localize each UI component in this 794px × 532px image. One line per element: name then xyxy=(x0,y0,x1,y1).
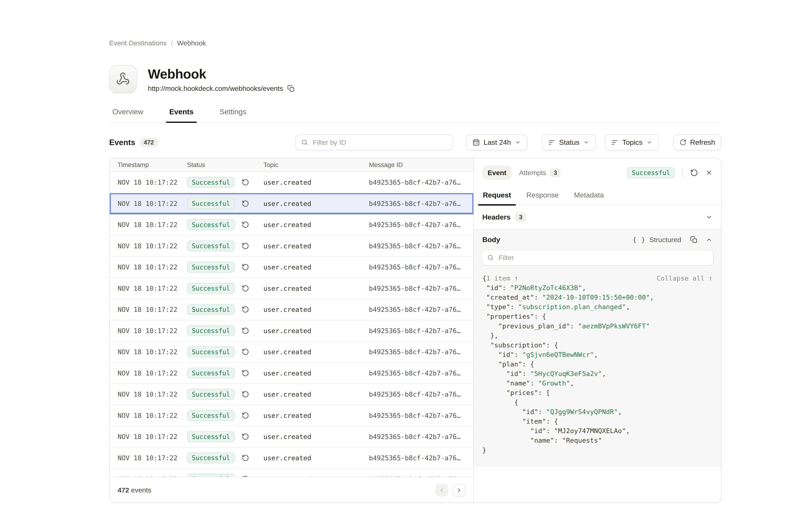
retry-icon[interactable] xyxy=(242,178,249,186)
refresh-button[interactable]: Refresh xyxy=(673,134,721,150)
topic-cell: user.created xyxy=(263,348,369,356)
retry-icon[interactable] xyxy=(242,391,249,398)
retry-event-icon[interactable] xyxy=(690,169,698,177)
timestamp-cell: NOV 18 10:17:22 xyxy=(110,285,187,292)
retry-icon[interactable] xyxy=(242,285,249,292)
table-row[interactable]: NOV 18 10:17:22 Successful user.created … xyxy=(110,363,473,384)
time-filter-button[interactable]: Last 24h xyxy=(466,134,527,150)
chevron-left-icon xyxy=(438,487,445,493)
breadcrumb-separator: / xyxy=(171,39,173,47)
tab-request[interactable]: Request xyxy=(482,188,511,205)
headers-section[interactable]: Headers 3 xyxy=(474,205,721,229)
chevron-down-icon xyxy=(646,139,653,146)
search-input[interactable] xyxy=(312,138,447,147)
timestamp-cell: NOV 18 10:17:22 xyxy=(110,454,187,462)
events-total-label: events xyxy=(129,486,151,494)
table-row[interactable]: NOV 18 10:17:22 Successful user.created … xyxy=(110,172,473,193)
webhook-url: http://mock.hookdeck.com/webhooks/events xyxy=(148,84,283,92)
filter-lines-icon xyxy=(548,139,555,146)
tab-metadata[interactable]: Metadata xyxy=(573,188,604,205)
table-row[interactable]: NOV 18 10:17:22 Successful user.created … xyxy=(110,405,473,426)
table-row[interactable]: NOV 18 10:17:22 Successful user.created … xyxy=(110,278,473,299)
next-page-button[interactable] xyxy=(453,484,466,497)
status-cell: Successful xyxy=(187,177,263,188)
events-total: 472 events xyxy=(118,486,151,494)
topic-cell: user.created xyxy=(263,369,369,377)
retry-icon[interactable] xyxy=(242,433,249,440)
retry-icon[interactable] xyxy=(242,348,249,356)
status-filter-button[interactable]: Status xyxy=(542,134,596,150)
message-id-cell: b4925365-b8cf-42b7-a76… xyxy=(369,263,473,271)
table-row[interactable]: NOV 18 10:17:22 Successful user.created … xyxy=(110,320,473,342)
retry-icon[interactable] xyxy=(242,263,249,271)
tab-settings[interactable]: Settings xyxy=(216,105,250,122)
collapse-all-button[interactable]: Collapse all ↑ xyxy=(657,273,713,283)
message-id-cell: b4925365-b8cf-42b7-a76… xyxy=(369,412,473,419)
status-cell: Successful xyxy=(187,198,263,209)
search-icon xyxy=(301,139,308,146)
table-row[interactable]: NOV 18 10:17:22 Successful user.created … xyxy=(110,193,473,214)
status-badge: Successful xyxy=(187,283,235,294)
status-badge: Successful xyxy=(187,431,235,442)
timestamp-cell: NOV 18 10:17:22 xyxy=(110,200,187,208)
chevron-up-icon[interactable] xyxy=(705,236,712,243)
retry-icon[interactable] xyxy=(242,327,249,335)
table-row[interactable]: NOV 18 10:17:22 Successful user.created … xyxy=(110,448,473,469)
previous-page-button[interactable] xyxy=(435,484,448,497)
status-cell: Successful xyxy=(187,368,263,379)
filter-by-id-search[interactable] xyxy=(295,134,453,150)
table-row[interactable]: NOV 18 10:17:22 Successful user.created … xyxy=(110,257,473,278)
webhook-avatar xyxy=(109,65,137,93)
table-row[interactable]: NOV 18 10:17:22 Successful user.created … xyxy=(110,384,473,405)
breadcrumb-parent[interactable]: Event Destinations xyxy=(109,39,167,47)
status-cell: Successful xyxy=(187,283,263,294)
table-row[interactable]: NOV 18 10:17:22 Successful user.created … xyxy=(110,426,473,448)
message-id-cell: b4925365-b8cf-42b7-a76… xyxy=(369,242,473,250)
breadcrumb-current: Webhook xyxy=(177,39,206,47)
topic-cell: user.created xyxy=(263,391,369,398)
retry-icon[interactable] xyxy=(242,369,249,377)
topic-cell: user.created xyxy=(263,327,369,335)
retry-icon[interactable] xyxy=(242,242,249,250)
timestamp-cell: NOV 18 10:17:22 xyxy=(110,369,187,377)
structured-toggle[interactable]: { } Structured xyxy=(633,236,681,244)
topics-filter-button[interactable]: Topics xyxy=(605,134,659,150)
retry-icon[interactable] xyxy=(242,306,249,313)
calendar-icon xyxy=(472,139,480,146)
body-section: Body { } Structured xyxy=(474,229,721,466)
timestamp-cell: NOV 18 10:17:22 xyxy=(110,263,187,271)
status-cell: Successful xyxy=(187,346,263,357)
table-row[interactable]: NOV 18 10:17:22 Successful user.created … xyxy=(110,235,473,257)
retry-icon[interactable] xyxy=(242,221,249,228)
timestamp-cell: NOV 18 10:17:22 xyxy=(110,221,187,229)
copy-body-icon[interactable] xyxy=(690,236,698,244)
close-icon[interactable] xyxy=(705,169,712,176)
retry-icon[interactable] xyxy=(242,200,249,207)
event-tab[interactable]: Event xyxy=(482,166,512,180)
chevron-down-icon xyxy=(515,139,521,146)
table-row[interactable]: NOV 18 10:17:22 Successful user.created … xyxy=(110,469,473,477)
retry-icon[interactable] xyxy=(242,454,249,462)
status-cell: Successful xyxy=(187,304,263,315)
body-filter-search[interactable] xyxy=(481,250,714,266)
tab-response[interactable]: Response xyxy=(526,188,559,205)
filter-lines-icon xyxy=(611,139,619,146)
tab-overview[interactable]: Overview xyxy=(109,105,147,122)
tab-events[interactable]: Events xyxy=(166,105,197,122)
chevron-down-icon[interactable] xyxy=(705,214,712,221)
events-section-title: Events xyxy=(109,138,135,147)
table-row[interactable]: NOV 18 10:17:22 Successful user.created … xyxy=(110,214,473,235)
status-cell: Successful xyxy=(187,389,263,400)
table-body: NOV 18 10:17:22 Successful user.created … xyxy=(110,172,473,477)
message-id-cell: b4925365-b8cf-42b7-a76… xyxy=(369,454,473,462)
topic-cell: user.created xyxy=(263,263,369,271)
attempts-tab[interactable]: Attempts 3 xyxy=(519,168,561,177)
status-badge: Successful xyxy=(187,453,235,463)
retry-icon[interactable] xyxy=(242,412,249,419)
copy-url-icon[interactable] xyxy=(287,85,295,92)
topic-cell: user.created xyxy=(263,242,369,250)
table-row[interactable]: NOV 18 10:17:22 Successful user.created … xyxy=(110,299,473,320)
timestamp-cell: NOV 18 10:17:22 xyxy=(110,327,187,335)
table-row[interactable]: NOV 18 10:17:22 Successful user.created … xyxy=(110,341,473,363)
body-filter-input[interactable] xyxy=(498,253,708,262)
